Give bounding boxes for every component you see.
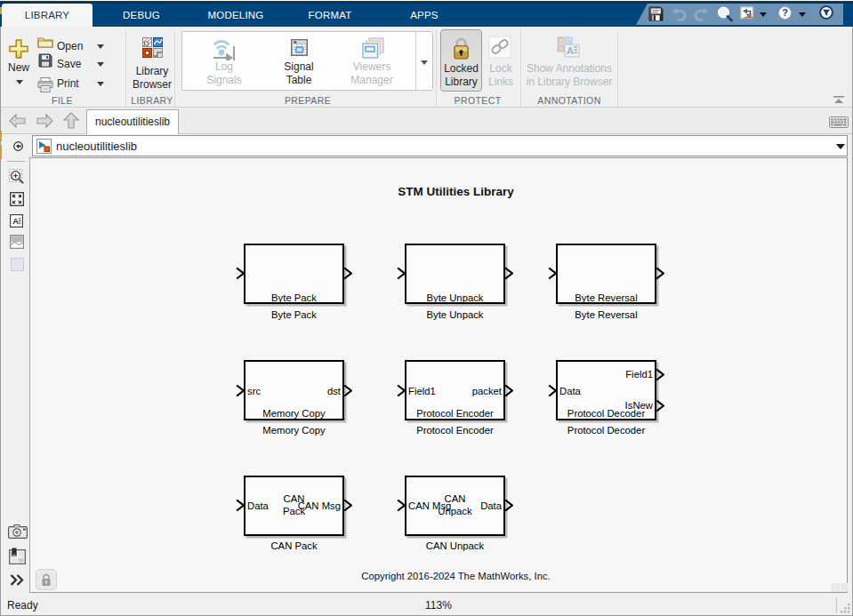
svg-text:A: A: [12, 217, 19, 226]
svg-text:A: A: [567, 45, 574, 56]
svg-text:?: ?: [782, 7, 788, 18]
